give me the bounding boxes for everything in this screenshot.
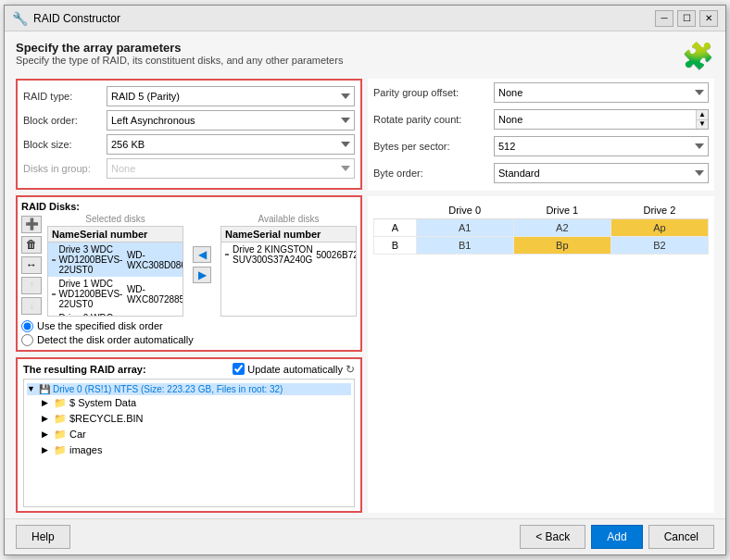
expand-icon[interactable]: ▼ [27, 384, 36, 393]
bytes-per-sector-select[interactable]: 512 [494, 136, 709, 156]
transfer-right-button[interactable]: ◀ [193, 246, 211, 263]
rotate-down-btn[interactable]: ▼ [697, 119, 708, 130]
cell-a2: A2 [513, 219, 610, 237]
result-title: The resulting RAID array: [23, 364, 146, 375]
move-disk-button[interactable]: ↔ [21, 256, 42, 274]
rotate-parity-row: Rotate parity count: None ▲ ▼ [373, 109, 709, 130]
table-row[interactable]: Drive 3 WDC WD1200BEVS-22UST0 WD-WXC308D… [48, 243, 182, 277]
block-size-select[interactable]: 256 KB [107, 134, 355, 155]
disks-in-group-label: Disks in group: [23, 163, 107, 174]
disk-name-2: Drive 0 WDC WD1200BEVS-22UST0 [59, 313, 127, 317]
expand-icon[interactable]: ▶ [42, 445, 51, 454]
byte-order-row: Byte order: Standard [373, 163, 709, 183]
tree-node-recycle[interactable]: ▶ 📁 $RECYCLE.BIN [42, 412, 351, 426]
raid-disks-panel: RAID Disks: ➕ 🗑 ↔ ↑ ↓ Selected disks [16, 195, 362, 352]
app-icon: 🔧 [12, 11, 28, 26]
side-action-buttons: ➕ 🗑 ↔ ↑ ↓ [21, 214, 42, 317]
update-auto-group: Update automatically ↻ [233, 363, 355, 376]
cell-b1: B1 [416, 237, 513, 255]
bytes-per-sector-row: Bytes per sector: 512 [373, 136, 709, 156]
expand-icon[interactable]: ▶ [42, 398, 51, 407]
add-button[interactable]: Add [591, 525, 642, 549]
selected-disks-label: Selected disks [47, 214, 183, 224]
avail-name-col-header: Name [225, 229, 253, 240]
transfer-left-button[interactable]: ▶ [193, 267, 211, 283]
list-item: ▶ 📁 $ System Data [42, 395, 351, 411]
tree-view[interactable]: ▼ 💾 Drive 0 (RS!1) NTFS (Size: 223.23 GB… [23, 379, 355, 508]
block-order-label: Block order: [23, 115, 107, 126]
tree-node-drive[interactable]: ▼ 💾 Drive 0 (RS!1) NTFS (Size: 223.23 GB… [27, 383, 351, 395]
expand-icon[interactable]: ▶ [42, 429, 51, 439]
transfer-buttons: ◀ ▶ [189, 214, 215, 317]
remove-disk-button[interactable]: 🗑 [21, 236, 42, 254]
table-row[interactable]: Drive 2 KINGSTON SUV300S37A240G 50026B72… [221, 243, 356, 267]
left-column: RAID type: RAID 5 (Parity) Block order: … [16, 79, 362, 513]
expand-icon[interactable]: ▶ [42, 414, 51, 423]
parity-offset-select[interactable]: None [494, 82, 709, 103]
update-auto-checkbox[interactable] [233, 363, 245, 375]
serial-col-header: Serial number [80, 229, 179, 240]
main-grid: RAID type: RAID 5 (Parity) Block order: … [16, 79, 714, 513]
raid-row-a: A A1 A2 Ap [374, 219, 709, 237]
drive0-header: Drive 0 [416, 202, 513, 219]
down-disk-button[interactable]: ↓ [21, 297, 42, 315]
drive2-header: Drive 2 [610, 202, 708, 219]
selected-disks-area: Selected disks Name Serial number Drive … [47, 214, 183, 317]
list-item: ▶ 📁 Car [42, 427, 351, 442]
tree-node-system-data[interactable]: ▶ 📁 $ System Data [42, 396, 351, 410]
back-button[interactable]: < Back [520, 525, 585, 549]
add-disk-button[interactable]: ➕ [21, 216, 42, 233]
window-title: RAID Constructor [33, 12, 120, 25]
selected-disk-table[interactable]: Name Serial number Drive 3 WDC WD1200BEV… [47, 226, 183, 317]
result-panel: The resulting RAID array: Update automat… [16, 357, 362, 514]
table-row[interactable]: Drive 0 WDC WD1200BEVS-22UST0 WD-WXE308N… [48, 311, 182, 317]
up-disk-button[interactable]: ↑ [21, 277, 42, 294]
available-disk-table[interactable]: Name Serial number Drive 2 KINGSTON SUV3… [220, 226, 357, 317]
rotate-up-btn[interactable]: ▲ [697, 110, 708, 119]
cancel-button[interactable]: Cancel [648, 525, 714, 549]
right-params-panel: Parity group offset: None Rotate parity … [368, 79, 714, 191]
available-disks-label: Available disks [220, 214, 357, 224]
avail-disk-name-0: Drive 2 KINGSTON SUV300S37A240G [233, 244, 316, 265]
close-button[interactable]: ✕ [699, 10, 718, 27]
rotate-parity-label: Rotate parity count: [373, 114, 494, 125]
drive1-header: Drive 1 [513, 202, 610, 219]
help-button[interactable]: Help [16, 525, 70, 549]
result-header: The resulting RAID array: Update automat… [23, 363, 355, 376]
bytes-per-sector-label: Bytes per sector: [373, 141, 494, 152]
left-params-panel: RAID type: RAID 5 (Parity) Block order: … [16, 79, 362, 190]
folder-label-2: Car [69, 429, 86, 440]
folder-icon: 📁 [54, 429, 67, 441]
radio-specified-order[interactable]: Use the specified disk order [21, 320, 357, 332]
folder-label-3: images [69, 444, 102, 455]
maximize-button[interactable]: ☐ [677, 10, 696, 27]
row-b-label: B [374, 237, 417, 255]
tree-children: ▶ 📁 $ System Data ▶ 📁 $REC [27, 395, 351, 458]
folder-label-1: $RECYCLE.BIN [69, 413, 143, 424]
raid-table: Drive 0 Drive 1 Drive 2 A A1 A2 [373, 202, 709, 255]
raid-type-select[interactable]: RAID 5 (Parity) [107, 86, 355, 106]
update-auto-label: Update automatically [247, 364, 343, 375]
row-a-label: A [374, 219, 417, 237]
disks-row: ➕ 🗑 ↔ ↑ ↓ Selected disks Name [21, 214, 357, 317]
table-row[interactable]: Drive 1 WDC WD1200BEVS-22UST0 WD-WXC8072… [48, 277, 182, 311]
disks-in-group-select[interactable]: None [107, 158, 355, 179]
block-size-row: Block size: 256 KB [23, 134, 355, 155]
radio-auto-detect[interactable]: Detect the disk order automatically [21, 334, 357, 346]
minimize-button[interactable]: ─ [655, 10, 673, 27]
list-item: ▶ 📁 images [42, 442, 351, 458]
list-item: ▶ 📁 $RECYCLE.BIN [42, 411, 351, 427]
main-window: 🔧 RAID Constructor ─ ☐ ✕ Specify the arr… [4, 5, 726, 555]
tree-node-images[interactable]: ▶ 📁 images [42, 443, 351, 457]
parity-offset-row: Parity group offset: None [373, 82, 709, 103]
cell-bp: Bp [513, 237, 610, 255]
refresh-icon[interactable]: ↻ [346, 363, 355, 376]
tree-node-car[interactable]: ▶ 📁 Car [42, 428, 351, 442]
cell-ap: Ap [610, 219, 708, 237]
block-order-select[interactable]: Left Asynchronous [107, 110, 355, 131]
folder-icon: 📁 [54, 413, 67, 425]
folder-icon: 📁 [54, 397, 67, 409]
avail-disk-serial-0: 50026B726502778E [316, 250, 357, 260]
page-subtitle: Specify the type of RAID, its constituen… [16, 55, 343, 66]
byte-order-select[interactable]: Standard [494, 163, 709, 183]
